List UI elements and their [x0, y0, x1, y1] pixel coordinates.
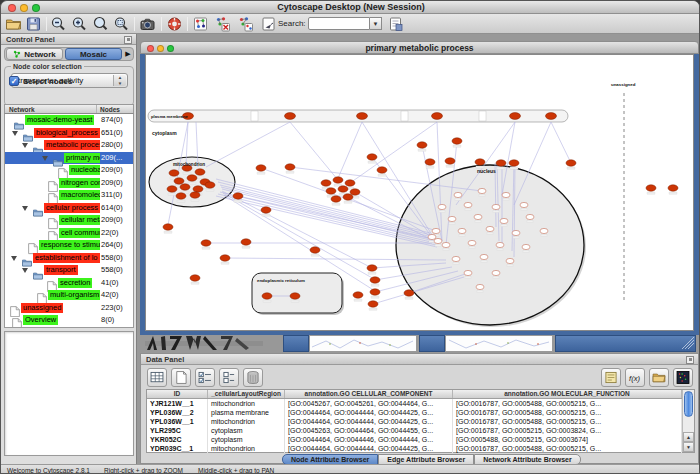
network-tree-row[interactable]: secretion41(0): [5, 277, 133, 290]
table-cell[interactable]: [GO:0016787, GO:0005488, GO:0005215, G..…: [453, 399, 682, 408]
network-tree-row[interactable]: cell communicat22(0): [5, 227, 133, 240]
table-row[interactable]: YPL036W__2plasma membrane[GO:0044464, GO…: [147, 408, 694, 417]
table-cell[interactable]: cytoplasm: [208, 435, 285, 444]
network-tree-row[interactable]: Overview8(0): [5, 314, 133, 327]
zoom-in-icon[interactable]: [71, 16, 88, 32]
col-header-cellular-component[interactable]: annotation.GO CELLULAR_COMPONENT: [285, 390, 453, 398]
network-tree-row[interactable]: mosaic-demo-yeast874(0): [5, 114, 133, 127]
col-header-id[interactable]: ID: [147, 390, 208, 398]
tree-node-label[interactable]: Overview: [23, 315, 58, 325]
search-dropdown-arrow[interactable]: ▼: [370, 17, 382, 30]
tree-node-label[interactable]: primary metabo: [64, 153, 100, 163]
tree-col-nodes[interactable]: Nodes: [97, 105, 120, 113]
table-cell[interactable]: mitochondrion: [208, 444, 285, 453]
network-tree-row[interactable]: response to stimulu264(0): [5, 239, 133, 252]
create-network-view-icon[interactable]: [192, 16, 209, 32]
table-cell[interactable]: [GO:0045263, GO:0044464, GO:0044455, G..…: [285, 426, 453, 435]
scrollbar-thumb[interactable]: [684, 391, 693, 417]
tree-node-label[interactable]: transport: [44, 265, 78, 275]
search-input[interactable]: [308, 17, 370, 30]
tree-expander-icon[interactable]: [42, 156, 48, 161]
tree-node-label[interactable]: macromolecule: [59, 190, 100, 200]
network-tree-row[interactable]: transport558(0): [5, 264, 133, 277]
network-window-titlebar[interactable]: primary metabolic process: [140, 41, 699, 54]
open-session-icon[interactable]: [5, 16, 22, 32]
table-row[interactable]: YPL036W__1mitochondrion[GO:0044464, GO:0…: [147, 417, 694, 426]
tree-expander-icon[interactable]: [22, 268, 28, 273]
attribute-grid-button[interactable]: [147, 368, 167, 387]
table-scrollbar[interactable]: ▲ ▼: [682, 390, 694, 452]
table-cell[interactable]: [GO:0044464, GO:0044444, GO:0044425, G..…: [285, 444, 453, 453]
table-cell[interactable]: [GO:0016787, GO:0005215, GO:0003824, G..…: [453, 426, 682, 435]
tree-node-label[interactable]: mosaic-demo-yeast: [25, 115, 94, 125]
select-attributes-button[interactable]: [195, 368, 215, 387]
table-cell[interactable]: [GO:0044464, GO:0044444, GO:0044425, G..…: [285, 417, 453, 426]
import-attributes-icon[interactable]: [387, 16, 404, 32]
table-cell[interactable]: YPL036W__1: [147, 417, 208, 426]
label-notes-button[interactable]: [601, 368, 621, 387]
tab-overflow-arrow[interactable]: ▶: [123, 50, 133, 58]
zoom-out-icon[interactable]: [50, 16, 67, 32]
float-panel-icon[interactable]: [686, 356, 694, 364]
scroll-down-icon[interactable]: ▼: [683, 442, 694, 452]
network-tree-row[interactable]: establishment of lo558(0): [5, 252, 133, 265]
table-cell[interactable]: YDR039C__1: [147, 444, 208, 453]
network-tree-row[interactable]: nucleobase-209(0): [5, 164, 133, 177]
import-table-button[interactable]: [649, 368, 669, 387]
table-cell[interactable]: YKR052C: [147, 435, 208, 444]
network-tree-row[interactable]: macromolecule311(0): [5, 189, 133, 202]
save-session-icon[interactable]: [25, 16, 42, 32]
table-row[interactable]: YDR039C__1mitochondrion[GO:0044464, GO:0…: [147, 444, 694, 453]
network-tree-row[interactable]: multi-organism pro42(0): [5, 289, 133, 302]
close-view-button[interactable]: [147, 45, 154, 52]
unselect-attributes-button[interactable]: [219, 368, 239, 387]
network-tree-row[interactable]: cellular process614(0): [5, 202, 133, 215]
birdseye-view-panel[interactable]: [4, 331, 134, 456]
table-cell[interactable]: cytoplasm: [208, 426, 285, 435]
tree-node-label[interactable]: unassigned: [21, 303, 63, 313]
network-tree-row[interactable]: metabolic process280(0): [5, 139, 133, 152]
zoom-fit-icon[interactable]: [92, 16, 109, 32]
destroy-network-icon[interactable]: [214, 16, 231, 32]
table-cell[interactable]: plasma membrane: [208, 408, 285, 417]
network-canvas[interactable]: plasma membranecytoplasmmitochondrionnuc…: [145, 54, 694, 331]
zoom-view-button[interactable]: [167, 45, 174, 52]
table-row[interactable]: YLR295Ccytoplasm[GO:0045263, GO:0044464,…: [147, 426, 694, 435]
annotation-icon[interactable]: [260, 16, 277, 32]
network-tree-row[interactable]: primary metabo209(...: [5, 152, 133, 165]
function-builder-button[interactable]: f(x): [625, 368, 645, 387]
table-cell[interactable]: [GO:0044464, GO:0044446, GO:0044444, G..…: [285, 435, 453, 444]
table-cell[interactable]: [GO:0045267, GO:0045261, GO:0044464, G..…: [285, 399, 453, 408]
help-icon[interactable]: [166, 16, 183, 32]
snapshot-icon[interactable]: [139, 16, 156, 32]
table-cell[interactable]: [GO:0016787, GO:0005488, GO:0005215, G..…: [453, 444, 682, 453]
select-nodes-checkbox[interactable]: ✓: [9, 76, 19, 86]
tree-node-label[interactable]: nitrogen compo: [59, 178, 100, 188]
table-cell[interactable]: mitochondrion: [208, 417, 285, 426]
tree-node-label[interactable]: cellular metabo: [59, 215, 100, 225]
tree-node-label[interactable]: nucleobase-: [69, 165, 100, 175]
col-header-molecular-function[interactable]: annotation.GO MOLECULAR_FUNCTION: [453, 390, 682, 398]
tree-node-label[interactable]: cell communicat: [59, 228, 100, 238]
network-tree-row[interactable]: unassigned223(0): [5, 302, 133, 315]
network-tree-row[interactable]: biological_process651(0): [5, 127, 133, 140]
tree-expander-icon[interactable]: [22, 206, 28, 211]
close-window-button[interactable]: [8, 4, 16, 12]
table-row[interactable]: YKR052Ccytoplasm[GO:0044464, GO:0044446,…: [147, 435, 694, 444]
col-header-region[interactable]: _cellularLayoutRegion: [208, 390, 285, 398]
matrix-view-button[interactable]: [673, 368, 693, 387]
tree-expander-icon[interactable]: [12, 131, 18, 136]
tree-node-label[interactable]: response to stimulu: [39, 240, 100, 250]
tree-node-label[interactable]: multi-organism pro: [48, 290, 100, 300]
table-cell[interactable]: YJR121W__1: [147, 399, 208, 408]
float-panel-icon[interactable]: [124, 36, 132, 44]
tree-node-label[interactable]: establishment of lo: [33, 253, 100, 263]
table-cell[interactable]: [GO:0016787, GO:0005488, GO:0005215, G..…: [453, 408, 682, 417]
tab-mosaic[interactable]: Mosaic: [65, 48, 122, 60]
tree-node-label[interactable]: metabolic process: [44, 140, 100, 150]
tree-col-network[interactable]: Network: [5, 105, 97, 113]
delete-attribute-button[interactable]: [243, 368, 263, 387]
network-tree-row[interactable]: nitrogen compo209(0): [5, 177, 133, 190]
tree-node-label[interactable]: secretion: [58, 278, 92, 288]
new-attribute-button[interactable]: [171, 368, 191, 387]
